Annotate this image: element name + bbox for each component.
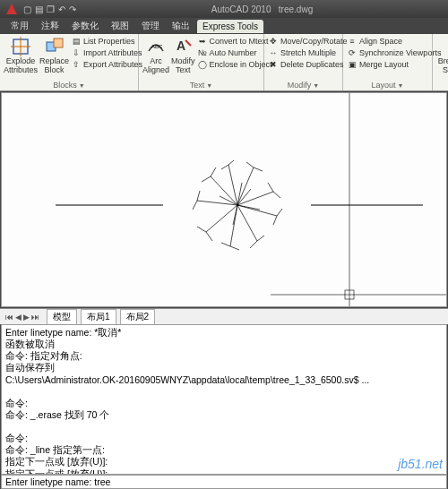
merge-icon: ▣ [347,59,358,70]
panel-dropdown-icon[interactable]: ▼ [79,82,85,89]
deldup-icon: ✖ [268,59,279,70]
replace-block-icon [44,36,65,57]
align-space-button[interactable]: ≡Align Space [347,36,441,47]
command-log-line [5,386,443,398]
command-log-line: C:\Users\Administrator.OK-20160905WNYZ\a… [5,374,443,386]
list-icon: ▤ [71,36,82,47]
export-attributes-button[interactable]: ⇧Export Attributes [71,59,142,70]
import-icon: ⇩ [71,47,82,58]
modify-text-icon: A [172,36,194,57]
svg-marker-0 [6,4,17,14]
panel-blocks: Explode Attributes Replace Block ▤List P… [0,34,139,90]
layout-tabs: ⏮ ◀ ▶ ⏭ 模型 布局1 布局2 [0,308,448,324]
command-log-line: 自动保存到 [5,362,443,373]
command-log-line: Enter linetype name: *取消* [5,327,443,339]
enclose-object-button[interactable]: ◯Enclose in Object [197,59,272,70]
import-attributes-button[interactable]: ⇩Import Attributes [71,47,142,58]
arc-text-icon: ABC [145,36,167,57]
delete-duplicates-button[interactable]: ✖Delete Duplicates [268,59,348,70]
panel-layout: ≡Align Space ⟳Synchronize Viewports ▣Mer… [343,34,433,90]
qat-new-icon[interactable]: ▢ [23,4,31,14]
svg-text:ABC: ABC [151,44,163,49]
command-log-line: 指定下一点或 [放弃(U)]: [5,468,443,476]
break-line-button[interactable]: Break-line Symbol [436,36,448,75]
command-log-line: 函数被取消 [5,339,443,350]
tab-last-icon[interactable]: ⏭ [31,313,39,322]
svg-line-8 [185,40,191,46]
panel-modify: ✥Move/Copy/Rotate ↔Stretch Multiple ✖Del… [264,34,343,90]
tab-prev-icon[interactable]: ◀ [15,313,22,322]
stretch-icon: ↔ [268,47,279,58]
rt-icon: ➥ [197,36,208,47]
command-history[interactable]: Enter linetype name: *取消*函数被取消命令: 指定对角点:… [1,324,447,475]
svg-text:A: A [177,39,185,53]
sync-viewports-button[interactable]: ⟳Synchronize Viewports [347,47,441,58]
modify-text-button[interactable]: A Modify Text [171,36,195,75]
qat-undo-icon[interactable]: ↶ [58,4,65,14]
app-logo[interactable] [4,1,20,17]
tab-layout1[interactable]: 布局1 [81,309,116,324]
tab-first-icon[interactable]: ⏮ [5,313,13,322]
tab-common[interactable]: 常用 [5,18,34,34]
tab-layout2[interactable]: 布局2 [120,309,156,324]
move-copy-rotate-button[interactable]: ✥Move/Copy/Rotate [268,36,348,47]
window-title: AutoCAD 2010 tree.dwg [76,4,448,14]
sync-icon: ⟳ [347,47,358,58]
command-log-line: 命令: _line 指定第一点: [5,444,443,456]
panel-draw: Break-line Symbol Super Hatch Draw [433,34,448,90]
svg-rect-5 [54,39,63,47]
stretch-multiple-button[interactable]: ↔Stretch Multiple [268,47,348,58]
qat-save-icon[interactable]: ❐ [47,4,55,14]
replace-block-button[interactable]: Replace Block [39,36,69,75]
command-log-line: 命令: [5,398,443,409]
tab-model[interactable]: 模型 [47,309,77,324]
qat-open-icon[interactable]: ▤ [35,4,43,14]
tab-view[interactable]: 视图 [106,18,134,34]
command-log-line: 指定下一点或 [放弃(U)]: [5,456,443,468]
command-log-line: 命令: 指定对角点: [5,350,443,362]
merge-layout-button[interactable]: ▣Merge Layout [347,59,441,70]
quick-access-toolbar: ▢ ▤ ❐ ↶ ↷ [23,4,76,14]
convert-mtext-button[interactable]: ➥Convert to Mtext [197,36,272,47]
panel-text: ABC Arc Aligned A Modify Text ➥Convert t… [139,34,264,90]
tab-output[interactable]: 输出 [167,18,195,34]
command-log-line: 命令: _.erase 找到 70 个 [5,409,443,421]
export-icon: ⇧ [71,59,82,70]
enclose-icon: ◯ [197,59,208,70]
explode-attributes-button[interactable]: Explode Attributes [4,36,38,75]
tab-manage[interactable]: 管理 [136,18,165,34]
title-bar: ▢ ▤ ❐ ↶ ↷ AutoCAD 2010 tree.dwg [0,0,448,18]
tab-express-tools[interactable]: Express Tools [197,20,263,33]
mcr-icon: ✥ [268,36,279,47]
drawing-area[interactable] [1,92,447,307]
arc-aligned-button[interactable]: ABC Arc Aligned [142,36,169,75]
command-log-line [5,421,443,433]
list-properties-button[interactable]: ▤List Properties [71,36,142,47]
command-log-line: 命令: [5,433,443,444]
auto-number-button[interactable]: №Auto Number [197,47,272,58]
panel-dropdown-icon[interactable]: ▼ [313,82,319,89]
ribbon-tabs: 常用 注释 参数化 视图 管理 输出 Express Tools [0,18,448,34]
num-icon: № [197,47,208,58]
command-input[interactable]: Enter linetype name: tree [1,475,447,489]
qat-redo-icon[interactable]: ↷ [69,4,76,14]
panel-dropdown-icon[interactable]: ▼ [398,82,404,89]
tab-next-icon[interactable]: ▶ [23,313,30,322]
explode-icon [10,36,31,57]
ribbon: Explode Attributes Replace Block ▤List P… [0,34,448,91]
tab-annotate[interactable]: 注释 [36,18,65,34]
align-icon: ≡ [347,36,358,47]
tab-parametric[interactable]: 参数化 [66,18,104,34]
panel-dropdown-icon[interactable]: ▼ [206,82,212,89]
